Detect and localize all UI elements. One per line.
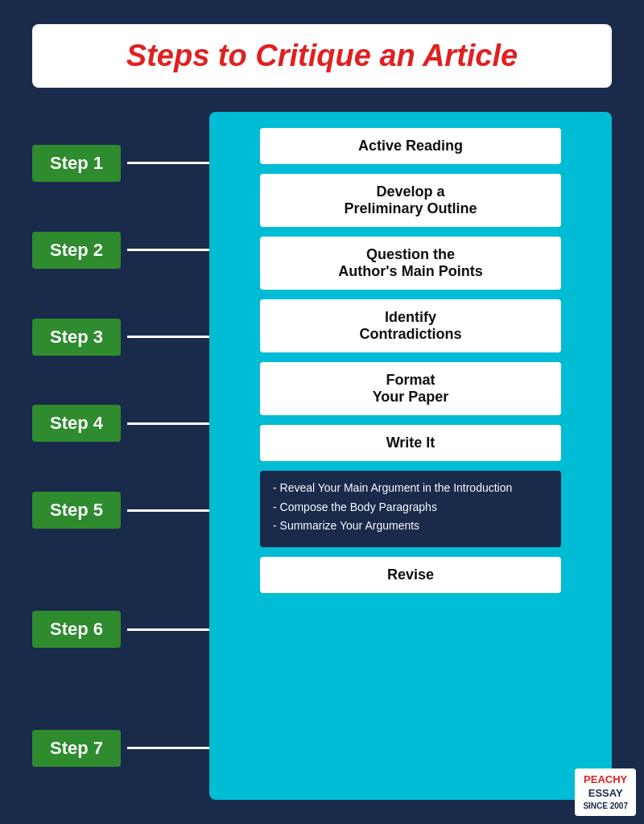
step-row-4: Step 4 xyxy=(32,391,209,455)
step6-list-item-2: Compose the Body Paragraphs xyxy=(273,500,548,516)
connector-1 xyxy=(127,162,209,164)
brand-essay: ESSAY xyxy=(583,787,628,801)
step6-list: Reveal Your Main Argument in the Introdu… xyxy=(273,480,548,534)
step-badge-6: Step 6 xyxy=(32,611,121,648)
connector-6 xyxy=(127,628,209,631)
connector-5 xyxy=(127,509,209,512)
connector-4 xyxy=(127,422,209,425)
step-card-6-detail: Reveal Your Main Argument in the Introdu… xyxy=(260,471,561,547)
step-card-1: Active Reading xyxy=(260,128,561,164)
step-row-2: Step 2 xyxy=(32,218,209,282)
step-card-7: Revise xyxy=(260,557,561,593)
brand-peachy: PEACHY xyxy=(583,773,628,787)
step6-list-item-1: Reveal Your Main Argument in the Introdu… xyxy=(273,480,548,496)
title-box: Steps to Critique an Article xyxy=(32,24,612,88)
step-row-1: Step 1 xyxy=(32,131,209,196)
page-title: Steps to Critique an Article xyxy=(64,39,580,73)
connector-3 xyxy=(127,336,209,338)
step-badge-4: Step 4 xyxy=(32,405,121,442)
step-card-5: FormatYour Paper xyxy=(260,362,561,415)
brand-since: SINCE 2007 xyxy=(583,801,628,811)
step-row-6: Step 6 xyxy=(32,565,209,694)
step-badge-3: Step 3 xyxy=(32,319,121,356)
connector-2 xyxy=(127,249,209,251)
step6-list-item-3: Summarize Your Arguments xyxy=(273,518,548,534)
connector-7 xyxy=(127,747,209,749)
main-content: Step 1 Step 2 Step 3 Step 4 Step 5 Step … xyxy=(32,112,612,800)
step-row-7: Step 7 xyxy=(32,716,209,781)
step-badge-1: Step 1 xyxy=(32,145,121,182)
step-card-6-title: Write It xyxy=(260,425,561,461)
step-row-5: Step 5 xyxy=(32,478,209,542)
steps-column: Step 1 Step 2 Step 3 Step 4 Step 5 Step … xyxy=(32,112,209,800)
step-card-3: Question theAuthor's Main Points xyxy=(260,237,561,290)
step-badge-2: Step 2 xyxy=(32,232,121,269)
step-badge-5: Step 5 xyxy=(32,492,121,529)
step-row-3: Step 3 xyxy=(32,305,209,369)
step-card-2: Develop aPreliminary Outline xyxy=(260,174,561,227)
step-card-4: IdentifyContradictions xyxy=(260,299,561,352)
right-panel: Active Reading Develop aPreliminary Outl… xyxy=(209,112,612,800)
step-badge-7: Step 7 xyxy=(32,730,121,767)
watermark: PEACHY ESSAY SINCE 2007 xyxy=(575,768,636,816)
